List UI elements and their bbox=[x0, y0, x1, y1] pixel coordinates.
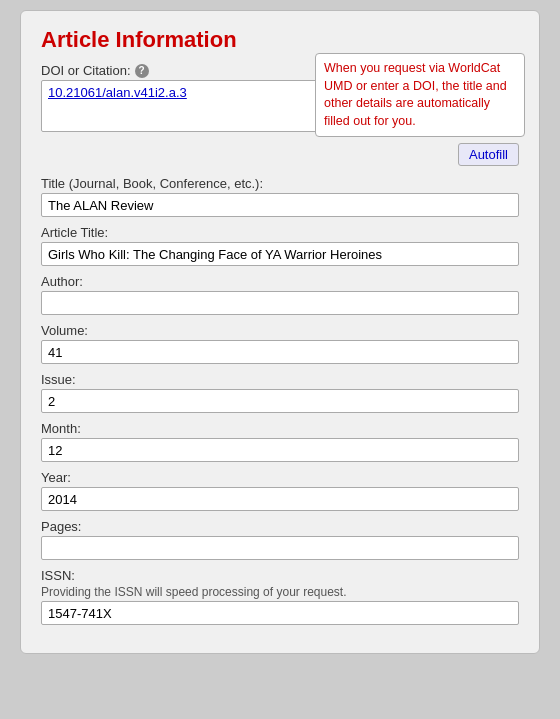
doi-help-icon[interactable]: ? bbox=[135, 64, 149, 78]
month-label: Month: bbox=[41, 421, 519, 436]
issue-field-group: Issue: bbox=[41, 372, 519, 413]
title-label: Title (Journal, Book, Conference, etc.): bbox=[41, 176, 519, 191]
issn-field-group: ISSN: Providing the ISSN will speed proc… bbox=[41, 568, 519, 625]
autofill-row: Autofill bbox=[41, 143, 519, 166]
pages-label: Pages: bbox=[41, 519, 519, 534]
fields-container: Title (Journal, Book, Conference, etc.):… bbox=[41, 176, 519, 560]
autofill-button[interactable]: Autofill bbox=[458, 143, 519, 166]
issue-input[interactable] bbox=[41, 389, 519, 413]
pages-field-group: Pages: bbox=[41, 519, 519, 560]
year-field-group: Year: bbox=[41, 470, 519, 511]
title-field-group: Title (Journal, Book, Conference, etc.): bbox=[41, 176, 519, 217]
issn-label: ISSN: bbox=[41, 568, 519, 583]
year-input[interactable] bbox=[41, 487, 519, 511]
author-label: Author: bbox=[41, 274, 519, 289]
article_title-label: Article Title: bbox=[41, 225, 519, 240]
volume-input[interactable] bbox=[41, 340, 519, 364]
author-field-group: Author: bbox=[41, 274, 519, 315]
article_title-input[interactable] bbox=[41, 242, 519, 266]
issn-hint: Providing the ISSN will speed processing… bbox=[41, 585, 519, 599]
issn-input[interactable] bbox=[41, 601, 519, 625]
article_title-field-group: Article Title: bbox=[41, 225, 519, 266]
month-input[interactable] bbox=[41, 438, 519, 462]
article-information-card: Article Information When you request via… bbox=[20, 10, 540, 654]
autofill-tooltip: When you request via WorldCat UMD or ent… bbox=[315, 53, 525, 137]
year-label: Year: bbox=[41, 470, 519, 485]
author-input[interactable] bbox=[41, 291, 519, 315]
issue-label: Issue: bbox=[41, 372, 519, 387]
title-input[interactable] bbox=[41, 193, 519, 217]
month-field-group: Month: bbox=[41, 421, 519, 462]
volume-field-group: Volume: bbox=[41, 323, 519, 364]
pages-input[interactable] bbox=[41, 536, 519, 560]
volume-label: Volume: bbox=[41, 323, 519, 338]
page-title: Article Information bbox=[41, 27, 519, 53]
